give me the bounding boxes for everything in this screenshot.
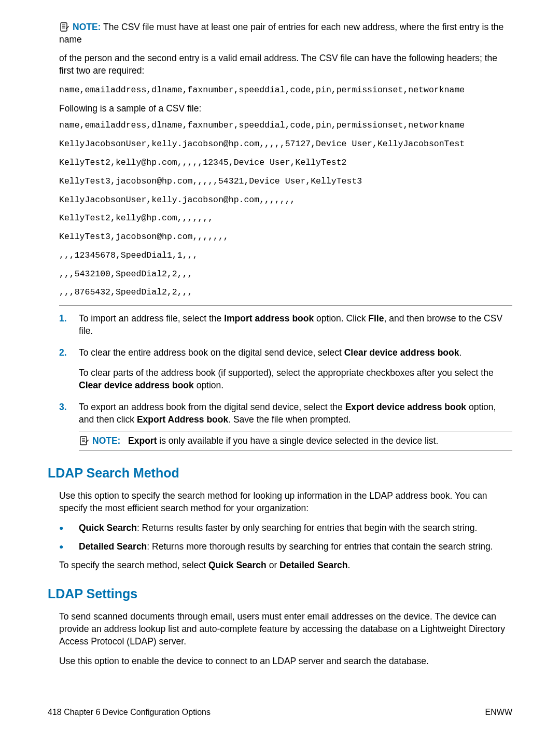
step-1: 1. To import an address file, select the… xyxy=(59,312,512,337)
code-line: KellyTest3,jacobson@hp.com,,,,,,, xyxy=(59,231,512,243)
step-text: To clear the entire address book on the … xyxy=(79,347,461,358)
heading-ldap-search: LDAP Search Method xyxy=(48,464,512,482)
separator xyxy=(59,305,512,306)
note-label: NOTE: xyxy=(92,435,120,446)
steps-list: 1. To import an address file, select the… xyxy=(59,312,512,451)
svg-rect-0 xyxy=(61,23,67,31)
code-line: ,,,12345678,SpeedDial1,1,,, xyxy=(59,250,512,262)
step-text: To import an address file, select the Im… xyxy=(79,313,502,336)
code-line: KellyJacobsonUser,kelly.jacobson@hp.com,… xyxy=(59,194,512,206)
bullet-list: Quick Search: Returns results faster by … xyxy=(59,522,512,553)
step-text: To export an address book from the digit… xyxy=(79,402,496,425)
footer: 418 Chapter 6 Device Configuration Optio… xyxy=(48,707,512,718)
code-line: KellyTest3,jacobson@hp.com,,,,,54321,Dev… xyxy=(59,176,512,188)
code-line: KellyJacobsonUser,kelly.jacobson@hp.com,… xyxy=(59,138,512,150)
heading-ldap-settings: LDAP Settings xyxy=(48,585,512,603)
code-sample: name,emailaddress,dlname,faxnumber,speed… xyxy=(59,120,512,299)
step-2: 2. To clear the entire address book on t… xyxy=(59,346,512,391)
list-item: Quick Search: Returns results faster by … xyxy=(59,522,512,534)
note-text-l1: The CSV file must have at least one pair… xyxy=(59,22,503,45)
code-line: KellyTest2,kelly@hp.com,,,,,,, xyxy=(59,213,512,224)
note-block: NOTE: The CSV file must have at least on… xyxy=(59,21,512,77)
inner-note: NOTE: Export is only available if you ha… xyxy=(79,431,512,451)
note-label: NOTE: xyxy=(73,22,101,32)
footer-right: ENWW xyxy=(485,707,512,718)
svg-rect-4 xyxy=(80,437,87,445)
ldap-settings-p1: To send scanned documents through email,… xyxy=(59,610,512,648)
code-line: KellyTest2,kelly@hp.com,,,,,12345,Device… xyxy=(59,157,512,169)
code-line: ,,,8765432,SpeedDial2,2,,, xyxy=(59,287,512,299)
ldap-search-p2: To specify the search method, select Qui… xyxy=(59,559,512,571)
code-line: ,,,5432100,SpeedDial2,2,,, xyxy=(59,269,512,280)
ldap-settings-p2: Use this option to enable the device to … xyxy=(59,655,512,667)
step-3: 3. To export an address book from the di… xyxy=(59,401,512,451)
step-number: 3. xyxy=(59,401,67,413)
footer-left: 418 Chapter 6 Device Configuration Optio… xyxy=(48,708,211,716)
step-subtext: To clear parts of the address book (if s… xyxy=(79,367,512,391)
note-icon xyxy=(79,435,89,446)
ldap-search-p1: Use this option to specify the search me… xyxy=(59,489,512,514)
code-line: name,emailaddress,dlname,faxnumber,speed… xyxy=(59,120,512,132)
step-number: 2. xyxy=(59,346,67,359)
list-item: Detailed Search: Returns more thorough r… xyxy=(59,540,512,553)
code-header: name,emailaddress,dlname,faxnumber,speed… xyxy=(59,85,512,96)
step-number: 1. xyxy=(59,312,67,325)
note-text-l2: of the person and the second entry is a … xyxy=(59,52,512,77)
sample-intro: Following is a sample of a CSV file: xyxy=(59,102,512,115)
note-icon xyxy=(59,22,69,32)
